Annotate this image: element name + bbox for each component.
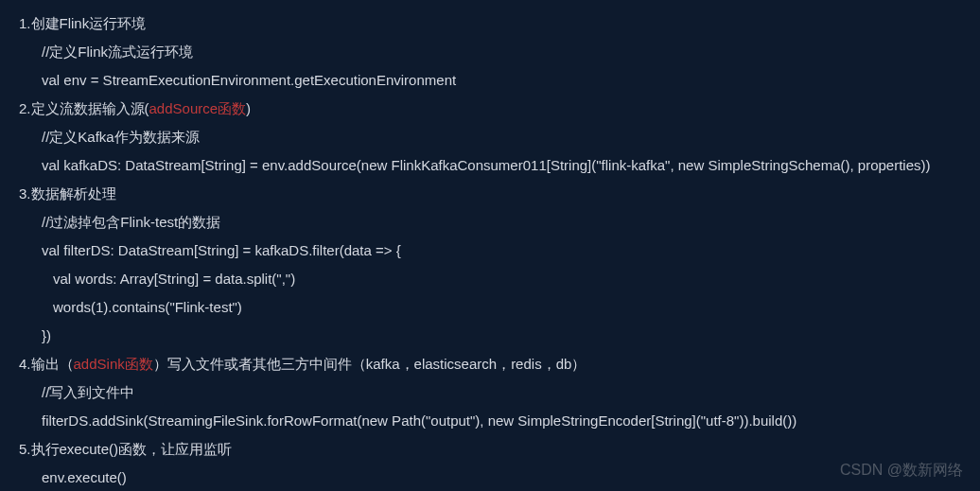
code-line: filterDS.addSink(StreamingFileSink.forRo… xyxy=(19,407,961,435)
highlight-text: addSource函数 xyxy=(149,100,247,116)
text: //定义Flink流式运行环境 xyxy=(42,44,193,60)
code-line: 5.执行execute()函数，让应用监听 xyxy=(19,435,961,464)
text: }) xyxy=(42,327,51,343)
text: ) xyxy=(246,100,251,116)
text: //写入到文件中 xyxy=(42,384,134,400)
text: words(1).contains("Flink-test") xyxy=(53,299,242,315)
text: val filterDS: DataStream[String] = kafka… xyxy=(42,242,401,258)
code-line: //过滤掉包含Flink-test的数据 xyxy=(19,208,961,237)
code-line: }) xyxy=(19,322,961,350)
text: env.execute() xyxy=(42,469,127,485)
highlight-text: addSink函数 xyxy=(74,356,153,372)
text: 5.执行execute()函数，让应用监听 xyxy=(19,441,232,457)
text: val words: Array[String] = data.split(",… xyxy=(53,271,295,287)
text: ）写入文件或者其他三方中间件（kafka，elasticsearch，redis… xyxy=(153,356,586,372)
text: val env = StreamExecutionEnvironment.get… xyxy=(42,72,456,88)
code-line: val env = StreamExecutionEnvironment.get… xyxy=(19,66,961,95)
text: 2.定义流数据输入源( xyxy=(19,100,149,116)
code-line: 3.数据解析处理 xyxy=(19,180,961,208)
text: 3.数据解析处理 xyxy=(19,185,116,202)
code-line: 2.定义流数据输入源(addSource函数) xyxy=(19,95,961,123)
text: val kafkaDS: DataStream[String] = env.ad… xyxy=(42,157,931,173)
text: //定义Kafka作为数据来源 xyxy=(42,129,200,145)
code-line: 4.输出（addSink函数）写入文件或者其他三方中间件（kafka，elast… xyxy=(19,350,961,378)
code-line: val kafkaDS: DataStream[String] = env.ad… xyxy=(19,151,961,180)
code-line: //定义Flink流式运行环境 xyxy=(19,38,961,66)
text: filterDS.addSink(StreamingFileSink.forRo… xyxy=(42,412,796,429)
code-line: val filterDS: DataStream[String] = kafka… xyxy=(19,237,961,265)
code-line: //定义Kafka作为数据来源 xyxy=(19,123,961,151)
code-line: val words: Array[String] = data.split(",… xyxy=(19,265,961,293)
text: 1.创建Flink运行环境 xyxy=(19,15,146,31)
text: 4.输出（ xyxy=(19,356,74,372)
code-line: words(1).contains("Flink-test") xyxy=(19,293,961,322)
text: //过滤掉包含Flink-test的数据 xyxy=(42,214,220,230)
code-line: env.execute() xyxy=(19,464,961,491)
code-line: 1.创建Flink运行环境 xyxy=(19,9,961,38)
code-line: //写入到文件中 xyxy=(19,378,961,407)
